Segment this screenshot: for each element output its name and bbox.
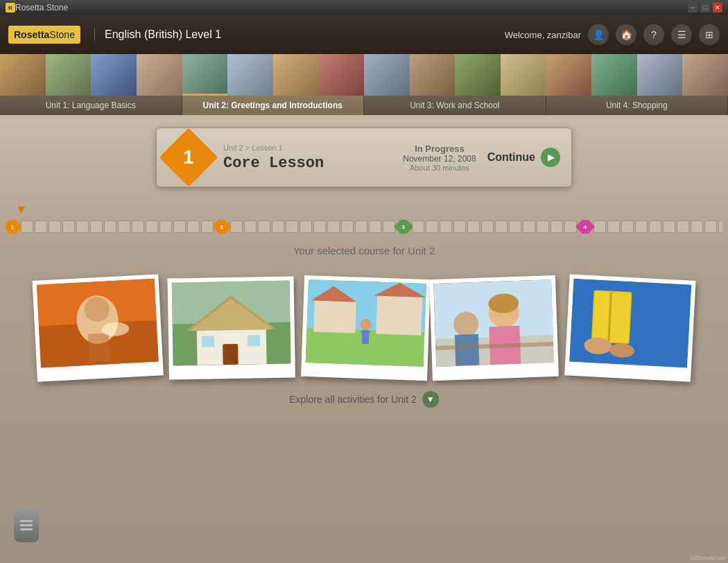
strip-photo-13[interactable] <box>546 54 592 96</box>
unit-tab-4[interactable]: Unit 4: Shopping <box>546 96 729 115</box>
progress-step[interactable] <box>523 220 535 233</box>
strip-photo-7[interactable] <box>273 54 319 96</box>
strip-photo-9[interactable] <box>364 54 410 96</box>
progress-step[interactable] <box>509 220 521 233</box>
unit-tab-1[interactable]: Unit 1: Language Basics <box>0 96 182 115</box>
progress-step[interactable] <box>159 220 172 233</box>
progress-step[interactable] <box>593 220 606 233</box>
progress-step[interactable] <box>704 220 717 233</box>
progress-step[interactable] <box>173 220 186 233</box>
progress-step[interactable] <box>258 220 270 233</box>
progress-milestone-3[interactable]: 3 <box>394 220 413 234</box>
progress-step[interactable] <box>300 220 312 233</box>
progress-step[interactable] <box>607 220 620 233</box>
progress-step[interactable] <box>551 220 563 233</box>
progress-step[interactable] <box>146 220 158 233</box>
progress-step[interactable] <box>341 220 354 233</box>
unit-tab-3[interactable]: Unit 3: Work and School <box>364 96 546 115</box>
progress-step[interactable] <box>677 220 689 233</box>
strip-photo-2[interactable] <box>46 54 92 96</box>
progress-step[interactable] <box>104 220 116 233</box>
progress-step[interactable] <box>35 220 47 233</box>
progress-step[interactable] <box>313 220 326 233</box>
progress-step[interactable] <box>440 220 452 233</box>
strip-photo-12[interactable] <box>501 54 546 96</box>
progress-step[interactable] <box>187 220 200 233</box>
welcome-text: Welcome, zanzibar <box>505 30 581 40</box>
progress-step[interactable] <box>118 220 130 233</box>
app-title: Rosetta Stone <box>15 3 68 12</box>
unit-nav: Unit 1: Language Basics Unit 2: Greeting… <box>0 96 728 115</box>
menu-icon-button[interactable]: ☰ <box>671 24 692 45</box>
progress-step[interactable] <box>230 220 243 233</box>
gallery-photo-4[interactable] <box>429 275 559 381</box>
strip-photo-8[interactable] <box>318 54 364 96</box>
gallery-photo-5[interactable] <box>564 274 695 381</box>
settings-icon-button[interactable]: ⊞ <box>699 24 720 45</box>
progress-step[interactable] <box>663 220 675 233</box>
strip-photo-11[interactable] <box>455 54 501 96</box>
gallery-photo-2[interactable] <box>167 276 295 379</box>
photo-strip <box>0 54 728 96</box>
strip-photo-15[interactable] <box>637 54 683 96</box>
progress-step[interactable] <box>90 220 103 233</box>
strip-photo-3[interactable] <box>91 54 137 96</box>
maximize-button[interactable]: □ <box>700 3 710 12</box>
minimize-button[interactable]: − <box>688 3 697 12</box>
strip-photo-1[interactable] <box>0 54 46 96</box>
progress-step[interactable] <box>537 220 549 233</box>
strip-photo-4[interactable] <box>137 54 182 96</box>
progress-step[interactable] <box>495 220 508 233</box>
progress-step[interactable] <box>244 220 257 233</box>
progress-milestone-1[interactable]: 1 <box>6 220 22 234</box>
progress-step[interactable] <box>426 220 438 233</box>
explore-bar: Explore all activities for Unit 2 ▼ <box>0 386 728 413</box>
progress-step[interactable] <box>467 220 480 233</box>
progress-milestone-4[interactable]: 4 <box>575 220 595 234</box>
unit-tab-2[interactable]: Unit 2: Greetings and Introductions <box>182 96 365 115</box>
help-icon-button[interactable]: ? <box>643 24 664 45</box>
progress-step[interactable] <box>412 220 424 233</box>
progress-step[interactable] <box>369 220 381 233</box>
progress-milestone-2[interactable]: 2 <box>212 220 232 234</box>
progress-step[interactable] <box>62 220 75 233</box>
main-content: 1 Unit 2 > Lesson 1 Core Lesson In Progr… <box>0 115 728 563</box>
progress-step[interactable] <box>286 220 298 233</box>
microphone-icon <box>14 508 39 542</box>
progress-step[interactable] <box>635 220 648 233</box>
explore-label: Explore all activities for Unit 2 <box>289 394 417 405</box>
progress-step[interactable] <box>327 220 340 233</box>
titlebar-controls: − □ ✕ <box>688 3 722 12</box>
gallery-image-2 <box>172 281 291 366</box>
strip-photo-16[interactable] <box>682 54 728 96</box>
progress-step[interactable] <box>481 220 494 233</box>
strip-photo-10[interactable] <box>410 54 456 96</box>
home-icon-button[interactable]: 🏠 <box>616 24 636 45</box>
continue-button[interactable]: Continue ▶ <box>487 148 560 167</box>
gallery-photo-3[interactable] <box>301 275 431 381</box>
strip-photo-6[interactable] <box>227 54 273 96</box>
progress-step[interactable] <box>649 220 661 233</box>
close-button[interactable]: ✕ <box>713 3 722 12</box>
progress-step[interactable] <box>49 220 61 233</box>
user-icon-button[interactable]: 👤 <box>588 24 609 45</box>
explore-dropdown-button[interactable]: ▼ <box>422 391 439 408</box>
gallery-photo-1[interactable] <box>32 274 163 381</box>
photo-gallery <box>0 270 728 386</box>
bottom-left-icon[interactable] <box>14 508 39 542</box>
progress-dropdown-arrow[interactable]: ▼ <box>15 202 722 217</box>
progress-step[interactable] <box>621 220 634 233</box>
logo-box: RosettaStone <box>8 26 80 44</box>
lesson-status: In Progress <box>403 144 476 154</box>
progress-step[interactable] <box>691 220 703 233</box>
progress-step[interactable] <box>272 220 284 233</box>
progress-step[interactable] <box>355 220 367 233</box>
progress-step[interactable] <box>76 220 89 233</box>
progress-step[interactable] <box>453 220 466 233</box>
strip-photo-14[interactable] <box>591 54 637 96</box>
lesson-number: 1 <box>183 146 194 168</box>
progress-step[interactable] <box>21 220 33 233</box>
strip-photo-5[interactable] <box>182 54 228 96</box>
progress-step[interactable] <box>718 220 722 233</box>
progress-step[interactable] <box>132 220 144 233</box>
